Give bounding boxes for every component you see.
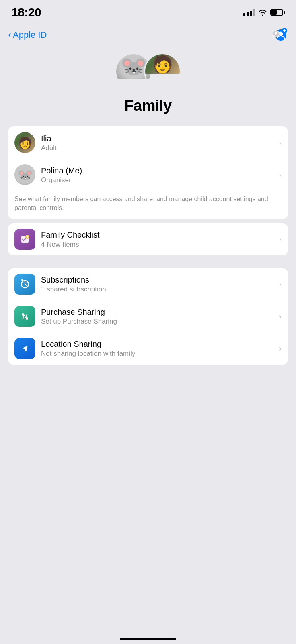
location-sharing-info: Location Sharing Not sharing location wi… [41,339,279,358]
wifi-icon [258,9,267,16]
ilia-info: Ilia Adult [41,133,279,152]
battery-icon [270,9,285,16]
polina-name: Polina (Me) [41,165,279,176]
ilia-name: Ilia [41,133,279,144]
purchase-sharing-icon [14,306,35,327]
section-gap [8,259,288,268]
chevron-left-icon: ‹ [8,30,11,39]
family-header: 🐭 🧑 Family [0,49,296,126]
checklist-icon [14,229,35,250]
location-sharing-item[interactable]: Location Sharing Not sharing location wi… [8,332,288,365]
avatar-ilia: 🧑 [144,53,181,90]
svg-point-10 [22,313,24,316]
add-member-button[interactable] [269,26,288,44]
member-ilia[interactable]: 🧑 Ilia Adult › [8,126,288,159]
checklist-title: Family Checklist [41,230,279,240]
checklist-chevron-icon: › [279,234,282,244]
subscriptions-info: Subscriptions 1 shared subscription [41,275,279,293]
family-checklist-card: Family Checklist 4 New Items › [8,223,288,255]
status-icons [243,8,285,16]
add-member-icon [269,26,288,44]
subscriptions-icon [14,274,35,295]
page-title: Family [124,97,171,114]
location-sharing-title: Location Sharing [41,339,279,349]
features-card: Subscriptions 1 shared subscription › Pu… [8,268,288,365]
purchase-sharing-chevron-icon: › [279,312,282,321]
subscriptions-item[interactable]: Subscriptions 1 shared subscription › [8,268,288,300]
apple-id-back-button[interactable]: ‹ Apple ID [8,30,47,40]
svg-point-3 [275,32,278,35]
back-label: Apple ID [13,30,47,40]
ilia-avatar-image: 🧑 [145,54,180,74]
subscriptions-title: Subscriptions [41,275,279,285]
location-sharing-chevron-icon: › [279,344,282,353]
polina-info: Polina (Me) Organiser [41,165,279,184]
ilia-chevron-icon: › [279,138,282,147]
nav-bar: ‹ Apple ID [0,22,296,49]
ilia-avatar: 🧑 [14,132,35,153]
purchase-sharing-title: Purchase Sharing [41,307,279,317]
members-card: 🧑 Ilia Adult › 🐭 Polina (Me) Organiser ›… [8,126,288,219]
purchase-sharing-info: Purchase Sharing Set up Purchase Sharing [41,307,279,326]
location-sharing-subtitle: Not sharing location with family [41,350,279,358]
polina-avatar: 🐭 [14,164,35,185]
status-bar: 18:20 [0,0,296,22]
family-avatars: 🐭 🧑 [115,53,181,90]
checklist-subtitle: 4 New Items [41,240,279,249]
polina-chevron-icon: › [279,170,282,179]
members-description: See what family members can access and s… [8,191,288,219]
status-time: 18:20 [11,6,41,19]
location-sharing-icon [14,338,35,359]
subscriptions-chevron-icon: › [279,279,282,289]
checklist-info: Family Checklist 4 New Items [41,230,279,249]
polina-role: Organiser [41,176,279,184]
signal-icon [243,8,255,16]
ilia-role: Adult [41,144,279,152]
main-content: 🧑 Ilia Adult › 🐭 Polina (Me) Organiser ›… [0,126,296,365]
purchase-sharing-subtitle: Set up Purchase Sharing [41,318,279,326]
family-checklist-item[interactable]: Family Checklist 4 New Items › [8,223,288,255]
home-indicator [120,638,176,640]
purchase-sharing-item[interactable]: Purchase Sharing Set up Purchase Sharing… [8,300,288,332]
member-polina[interactable]: 🐭 Polina (Me) Organiser › [8,159,288,191]
subscriptions-subtitle: 1 shared subscription [41,285,279,293]
svg-point-11 [26,317,28,320]
